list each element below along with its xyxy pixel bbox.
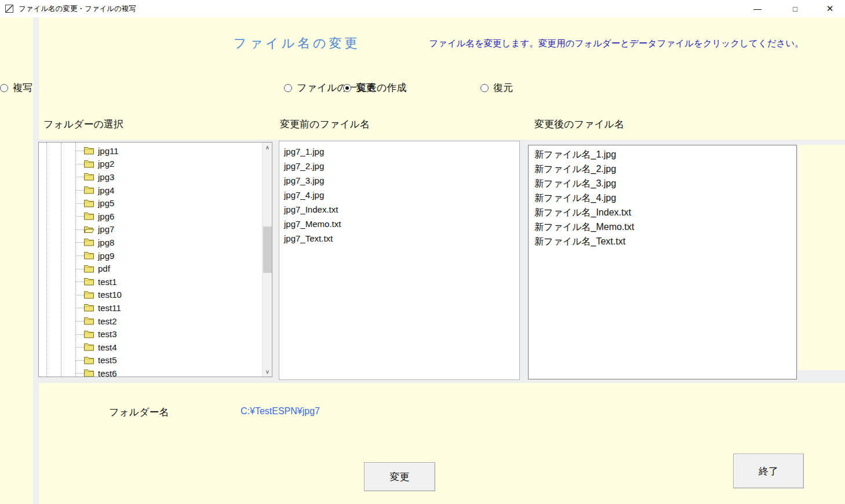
file-item-after[interactable]: 新ファイル名_Memo.txt (534, 220, 796, 234)
mode-radio-label: 変更 (356, 81, 376, 94)
folder-icon (83, 342, 94, 352)
files-before-list[interactable]: jpg7_1.jpg jpg7_2.jpg jpg7_3.jpg jpg7_4.… (279, 141, 520, 380)
tree-folder-name: test11 (98, 303, 121, 313)
tree-row[interactable]: test4 (39, 341, 262, 354)
tree-row[interactable]: jpg2 (39, 158, 262, 171)
scroll-up-icon[interactable]: ∧ (263, 143, 272, 152)
tree-folder-name: test6 (98, 368, 117, 377)
tree-connector (75, 308, 84, 308)
tree-connector (75, 164, 84, 165)
file-item-after[interactable]: 新ファイル名_4.jpg (534, 191, 796, 205)
tree-folder-name: jpg7 (98, 224, 114, 234)
tree-folder-name: test10 (98, 290, 122, 300)
window-title: ファイル名の変更・ファイルの複写 (19, 4, 136, 14)
tree-folder-name: jpg3 (98, 172, 114, 182)
panel-filler (798, 145, 845, 370)
tree-row[interactable]: jpg3 (39, 170, 262, 184)
tree-connector (75, 347, 84, 348)
tree-row[interactable]: jpg8 (39, 236, 262, 249)
folder-tree[interactable]: jpg11 (38, 142, 272, 377)
radio-button-icon[interactable] (284, 84, 292, 92)
file-item-after[interactable]: 新ファイル名_Text.txt (534, 234, 796, 249)
tree-row[interactable]: test6 (39, 367, 262, 377)
mode-radio-option[interactable]: 復元 (480, 81, 513, 94)
tree-connector (75, 229, 84, 230)
tree-connector (75, 373, 84, 374)
tree-connector (75, 203, 84, 204)
folder-icon (83, 290, 94, 300)
radio-button-icon[interactable] (0, 84, 8, 92)
scroll-down-icon[interactable]: ∨ (263, 367, 272, 377)
instruction-text: ファイル名を変更します。変更用のフォルダーとデータファイルをクリックしてください… (429, 38, 804, 50)
minimize-button[interactable]: — (744, 0, 771, 17)
mode-radio-option[interactable]: 複写 (0, 81, 32, 94)
file-item-after[interactable]: 新ファイル名_3.jpg (534, 176, 796, 191)
exit-button[interactable]: 終了 (733, 454, 804, 488)
before-filenames-label: 変更前のファイル名 (280, 118, 370, 131)
folder-icon (83, 199, 94, 208)
file-item-before[interactable]: jpg7_Index.txt (284, 202, 519, 217)
folder-path-value: C:¥TestESPN¥jpg7 (241, 406, 320, 417)
page-title: ファイル名の変更 (234, 35, 360, 52)
tree-connector (75, 255, 84, 256)
tree-row[interactable]: test1 (39, 275, 262, 288)
tree-row[interactable]: test2 (39, 315, 262, 328)
file-item-after[interactable]: 新ファイル名_Index.txt (534, 205, 796, 220)
file-item-before[interactable]: jpg7_Text.txt (284, 231, 519, 246)
tree-connector (75, 151, 84, 151)
scrollbar-thumb[interactable] (263, 227, 272, 273)
tree-folder-name: test3 (98, 329, 117, 339)
tree-row[interactable]: jpg5 (39, 196, 262, 210)
tree-scrollbar[interactable]: ∧ ∨ (262, 143, 272, 377)
tree-connector (75, 216, 84, 217)
tree-row[interactable]: jpg7 (39, 223, 262, 236)
tree-row[interactable]: jpg11 (39, 144, 262, 158)
radio-button-icon[interactable] (343, 84, 351, 92)
tree-row[interactable]: test10 (39, 288, 262, 302)
tree-row[interactable]: jpg6 (39, 210, 262, 223)
tree-row[interactable]: jpg9 (39, 249, 262, 262)
file-item-before[interactable]: jpg7_Memo.txt (284, 217, 519, 231)
file-item-after[interactable]: 新ファイル名_2.jpg (534, 162, 796, 176)
tree-connector (75, 295, 84, 295)
file-item-before[interactable]: jpg7_1.jpg (284, 144, 519, 159)
tree-folder-name: test4 (98, 342, 117, 352)
tree-connector (75, 242, 84, 243)
file-item-before[interactable]: jpg7_2.jpg (284, 159, 519, 173)
folder-icon (83, 146, 94, 155)
file-item-before[interactable]: jpg7_4.jpg (284, 188, 519, 202)
close-button[interactable]: ✕ (817, 0, 843, 17)
open-folder-icon (83, 225, 94, 234)
tree-connector (75, 190, 84, 191)
app-window: ファイル名の変更・ファイルの複写 — □ ✕ ファイル名の変更 ファイル名を変更… (0, 0, 845, 504)
folder-icon (83, 172, 94, 181)
folder-icon (83, 303, 94, 312)
title-bar: ファイル名の変更・ファイルの複写 — □ ✕ (0, 0, 845, 17)
tree-folder-name: jpg4 (98, 185, 114, 195)
tree-folder-name: pdf (98, 264, 110, 273)
maximize-button[interactable]: □ (782, 0, 808, 17)
tree-connector (75, 360, 84, 361)
tree-connector (75, 282, 84, 282)
tree-row[interactable]: test11 (39, 301, 262, 315)
files-after-list[interactable]: 新ファイル名_1.jpg 新ファイル名_2.jpg 新ファイル名_3.jpg 新… (528, 145, 797, 379)
tree-row[interactable]: test5 (39, 354, 262, 367)
folder-icon (83, 251, 94, 260)
file-item-before[interactable]: jpg7_3.jpg (284, 173, 519, 188)
change-button[interactable]: 変更 (364, 462, 435, 491)
tree-row[interactable]: pdf (39, 262, 262, 275)
folder-icon (83, 316, 94, 326)
folder-icon (83, 264, 94, 273)
radio-button-icon[interactable] (480, 84, 489, 92)
tree-row[interactable]: test3 (39, 327, 262, 341)
tree-folder-name: jpg5 (98, 198, 114, 208)
folder-icon (83, 185, 94, 195)
tree-folder-name: test2 (98, 316, 117, 326)
mode-radio-option[interactable]: 変更 (343, 81, 376, 94)
tree-row[interactable]: jpg4 (39, 184, 262, 197)
tree-connector (75, 269, 84, 269)
file-item-after[interactable]: 新ファイル名_1.jpg (534, 147, 796, 162)
mode-radio-label: 復元 (493, 81, 513, 94)
tree-connector (75, 177, 84, 177)
tree-row-list: jpg11 (39, 144, 262, 377)
